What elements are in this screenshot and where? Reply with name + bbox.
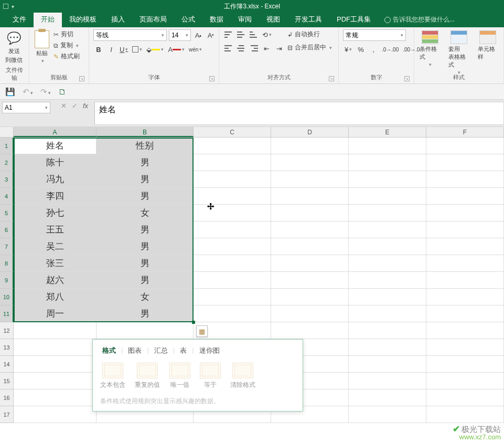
row-header[interactable]: 8: [0, 255, 14, 272]
cell[interactable]: [194, 221, 271, 238]
cell[interactable]: [426, 138, 504, 154]
cell[interactable]: 性别: [96, 138, 194, 154]
qa-tab-total[interactable]: 汇总: [152, 346, 170, 355]
cut-button[interactable]: ✂剪切: [53, 29, 80, 39]
align-right-button[interactable]: [249, 43, 259, 54]
cell[interactable]: [349, 289, 426, 305]
cell[interactable]: [426, 322, 504, 339]
row-header[interactable]: 9: [0, 272, 14, 289]
paste-button[interactable]: 粘贴 ▾: [34, 29, 50, 65]
tab-insert[interactable]: 插入: [104, 12, 132, 27]
cell[interactable]: [426, 154, 504, 171]
cell[interactable]: [194, 188, 271, 205]
italic-button[interactable]: I: [106, 44, 116, 55]
tab-view[interactable]: 视图: [259, 12, 287, 27]
increase-indent-button[interactable]: ⇥: [274, 43, 284, 54]
column-header-E[interactable]: E: [349, 127, 426, 137]
tab-review[interactable]: 审阅: [231, 12, 259, 27]
worksheet-grid[interactable]: A B C D E F 1姓名性别2陈十男3冯九男4李四男5孙七女6王五男7吴二…: [0, 127, 504, 442]
cell[interactable]: [426, 255, 504, 272]
increase-decimal-button[interactable]: .0→.00: [381, 44, 400, 55]
row-header[interactable]: 11: [0, 305, 14, 322]
tab-formula[interactable]: 公式: [174, 12, 202, 27]
cell[interactable]: [271, 188, 349, 205]
cell[interactable]: 男: [96, 188, 194, 205]
qat-dropdown-icon[interactable]: ▾: [12, 4, 14, 9]
fx-icon[interactable]: fx: [83, 102, 88, 110]
cell[interactable]: 男: [96, 238, 194, 255]
qa-tab-format[interactable]: 格式: [100, 346, 118, 355]
row-header[interactable]: 5: [0, 205, 14, 221]
print-preview-button[interactable]: 🗋: [58, 87, 66, 96]
underline-button[interactable]: U▾: [119, 44, 129, 55]
cell[interactable]: [194, 289, 271, 305]
formula-input[interactable]: 姓名: [94, 102, 504, 125]
row-header[interactable]: 13: [0, 339, 14, 356]
border-button[interactable]: ▾: [131, 44, 143, 55]
cell[interactable]: [194, 171, 271, 188]
cell[interactable]: [271, 221, 349, 238]
cell[interactable]: 男: [96, 154, 194, 171]
cell[interactable]: 男: [96, 305, 194, 322]
fill-color-button[interactable]: ⬙▾: [145, 44, 165, 55]
cell[interactable]: 冯九: [14, 171, 96, 188]
copy-button[interactable]: ⧉复制▾: [53, 40, 80, 50]
cell[interactable]: [194, 255, 271, 272]
cell[interactable]: [349, 171, 426, 188]
quick-analysis-button[interactable]: ▦: [196, 325, 208, 337]
wrap-text-button[interactable]: ↲自动换行: [287, 29, 332, 39]
fill-handle[interactable]: [192, 321, 195, 324]
column-header-F[interactable]: F: [426, 127, 504, 137]
cell[interactable]: [271, 138, 349, 154]
row-header[interactable]: 1: [0, 138, 14, 154]
cell[interactable]: [426, 339, 504, 356]
cell[interactable]: [194, 138, 271, 154]
cell[interactable]: 王五: [14, 221, 96, 238]
cell[interactable]: [349, 205, 426, 221]
cell[interactable]: [194, 238, 271, 255]
row-header[interactable]: 10: [0, 289, 14, 305]
cell[interactable]: 周一: [14, 305, 96, 322]
phonetic-button[interactable]: wén▾: [188, 44, 203, 55]
row-header[interactable]: 2: [0, 154, 14, 171]
dialog-launcher-icon[interactable]: ↘: [209, 76, 215, 81]
cell-styles-button[interactable]: 单元格样: [477, 29, 499, 62]
cell[interactable]: [194, 272, 271, 289]
cell[interactable]: 李四: [14, 188, 96, 205]
cell[interactable]: [426, 389, 504, 406]
align-bottom-button[interactable]: [249, 29, 259, 40]
cell[interactable]: [426, 238, 504, 255]
tab-home[interactable]: 开始: [34, 12, 62, 27]
select-all-corner[interactable]: [0, 127, 14, 137]
cell[interactable]: [194, 154, 271, 171]
tab-layout[interactable]: 页面布局: [132, 12, 174, 27]
name-box[interactable]: A1▾: [2, 102, 50, 113]
column-header-B[interactable]: B: [96, 127, 194, 137]
format-painter-button[interactable]: ✎格式刷: [53, 51, 80, 61]
cell[interactable]: [271, 255, 349, 272]
cell[interactable]: [271, 289, 349, 305]
cell[interactable]: [426, 406, 504, 423]
cell[interactable]: [271, 305, 349, 322]
orientation-button[interactable]: ⟲▾: [261, 29, 273, 40]
decrease-font-button[interactable]: A▾: [206, 30, 216, 40]
column-header-D[interactable]: D: [271, 127, 349, 137]
cell[interactable]: [426, 205, 504, 221]
cell[interactable]: 男: [96, 171, 194, 188]
cell[interactable]: 姓名: [14, 138, 96, 154]
cell[interactable]: [349, 188, 426, 205]
align-top-button[interactable]: [223, 29, 234, 40]
chevron-down-icon[interactable]: ▾: [41, 58, 44, 64]
cell[interactable]: 男: [96, 255, 194, 272]
cell[interactable]: [426, 305, 504, 322]
qa-item-clear[interactable]: 清除格式: [230, 363, 255, 389]
column-header-A[interactable]: A: [14, 127, 96, 137]
row-header[interactable]: 6: [0, 221, 14, 238]
cell[interactable]: [271, 171, 349, 188]
tell-me-search[interactable]: 告诉我您想要做什么...: [384, 15, 455, 27]
cell[interactable]: [271, 205, 349, 221]
row-header[interactable]: 4: [0, 188, 14, 205]
cell[interactable]: [271, 154, 349, 171]
cell[interactable]: [14, 406, 96, 423]
dialog-launcher-icon[interactable]: ↘: [404, 76, 410, 81]
